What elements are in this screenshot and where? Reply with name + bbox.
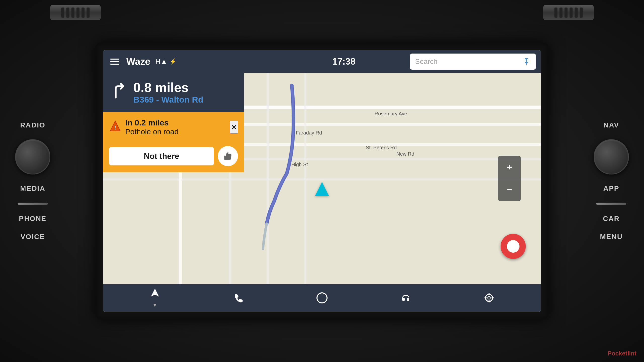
svg-rect-8 — [304, 73, 306, 284]
right-knob-top[interactable] — [594, 139, 629, 174]
battery-icon: ⚡ — [170, 58, 176, 65]
svg-rect-4 — [103, 178, 541, 180]
headphone-button[interactable] — [400, 292, 411, 303]
report-button[interactable] — [501, 234, 526, 259]
not-there-button[interactable]: Not there — [109, 147, 214, 165]
road-name: B369 - Walton Rd — [133, 95, 236, 105]
map-area: Rosemary Ave Faraday Rd St. Peter's Rd H… — [103, 73, 541, 284]
report-button-inner — [507, 240, 519, 253]
screen: Waze H▲ ⚡ 17:38 Search 🎙 — [103, 50, 541, 312]
nav-dropdown-icon[interactable]: ▾ — [153, 302, 156, 308]
right-side-controls: NAV APP CAR MENU — [594, 121, 629, 241]
map-label-stpeters: St. Peter's Rd — [366, 145, 397, 151]
left-vent — [50, 5, 101, 20]
alert-description: Pothole on road — [125, 127, 226, 136]
direction-card: 0.8 miles B369 - Walton Rd — [103, 73, 244, 112]
main-screen-container: Waze H▲ ⚡ 17:38 Search 🎙 — [96, 43, 548, 319]
svg-text:!: ! — [114, 124, 116, 131]
map-label-newrd: New Rd — [396, 151, 414, 157]
media-label[interactable]: MEDIA — [20, 185, 45, 193]
close-alert-button[interactable]: × — [230, 121, 238, 133]
phone-label[interactable]: PHONE — [19, 215, 47, 223]
watermark: Pocketlint — [608, 350, 636, 357]
menu-label[interactable]: MENU — [600, 233, 623, 241]
nav-label[interactable]: NAV — [603, 121, 619, 129]
thumbs-up-button[interactable] — [218, 146, 238, 166]
svg-rect-7 — [267, 73, 269, 284]
navigation-button[interactable]: ▾ — [149, 288, 160, 308]
left-knob-top[interactable] — [15, 139, 50, 174]
alert-header: ! In 0.2 miles Pothole on road × — [109, 118, 238, 136]
phone-button[interactable] — [233, 292, 244, 303]
car-label[interactable]: CAR — [603, 215, 620, 223]
direction-info: 0.8 miles B369 - Walton Rd — [133, 80, 236, 105]
app-title: Waze — [126, 56, 150, 67]
home-button[interactable] — [316, 292, 328, 304]
alert-distance: In 0.2 miles — [125, 118, 226, 127]
map-label-faraday: Faraday Rd — [296, 130, 322, 136]
app-label[interactable]: APP — [603, 185, 619, 193]
radio-label[interactable]: RADIO — [20, 121, 45, 129]
left-side-controls: RADIO MEDIA PHONE VOICE — [15, 121, 50, 241]
watermark-accent: lint — [627, 350, 636, 357]
right-slider[interactable] — [596, 203, 626, 205]
right-vent — [543, 5, 594, 20]
alert-card: ! In 0.2 miles Pothole on road × — [103, 112, 244, 142]
search-placeholder: Search — [415, 58, 519, 66]
time-display: 17:38 — [283, 56, 405, 67]
svg-point-13 — [486, 294, 493, 301]
car-position — [315, 182, 329, 196]
svg-marker-11 — [151, 289, 159, 297]
watermark-text: Pocket — [608, 350, 627, 357]
top-vents — [0, 5, 644, 20]
mic-icon[interactable]: 🎙 — [523, 57, 531, 66]
nav-arrow-icon — [149, 288, 160, 301]
status-icons: H▲ ⚡ — [155, 58, 278, 66]
zoom-in-button[interactable]: + — [498, 156, 521, 178]
voice-label[interactable]: VOICE — [20, 233, 45, 241]
signal-icon: H▲ — [155, 58, 168, 66]
svg-point-12 — [317, 293, 327, 303]
top-bar: Waze H▲ ⚡ 17:38 Search 🎙 — [103, 50, 541, 73]
svg-point-14 — [488, 297, 490, 299]
alert-text: In 0.2 miles Pothole on road — [125, 118, 226, 136]
car-unit: RADIO MEDIA PHONE VOICE NAV APP CAR MENU… — [0, 0, 644, 362]
distance-text: 0.8 miles — [133, 80, 236, 95]
alert-warning-icon: ! — [109, 120, 121, 134]
nav-panel: 0.8 miles B369 - Walton Rd ! — [103, 73, 244, 172]
settings-button[interactable] — [484, 292, 495, 303]
car-arrow-icon — [315, 182, 329, 196]
alert-actions: Not there — [103, 142, 244, 172]
hamburger-menu[interactable] — [108, 57, 121, 67]
map-label-highst: High St — [291, 162, 308, 167]
bottom-bar: ▾ — [103, 284, 541, 312]
left-slider[interactable] — [18, 203, 48, 205]
map-label-rosemary: Rosemary Ave — [375, 111, 407, 117]
search-bar[interactable]: Search 🎙 — [410, 54, 536, 70]
turn-arrow-icon — [111, 82, 128, 103]
zoom-out-button[interactable]: − — [498, 178, 521, 201]
zoom-controls: + − — [498, 156, 521, 201]
